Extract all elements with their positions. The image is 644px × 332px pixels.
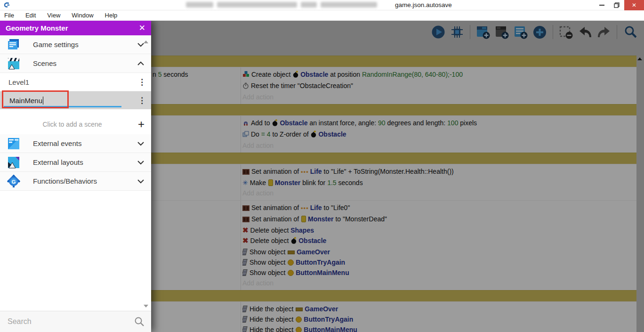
- actions-column[interactable]: Create object Obstacle at position Rando…: [241, 67, 636, 104]
- action-row[interactable]: Do = 4 to Z-order of Obstacle: [242, 129, 636, 140]
- add-something-button[interactable]: [532, 25, 547, 40]
- sidebar-item-external-events[interactable]: External events: [0, 134, 151, 153]
- event-group-bar[interactable]: [151, 153, 636, 164]
- debugger-button[interactable]: [450, 25, 464, 40]
- sidebar-item-game-settings[interactable]: Game settings: [0, 35, 151, 54]
- scene-item-level1[interactable]: Level1 ⋮: [0, 73, 151, 91]
- object-link[interactable]: Life: [310, 204, 322, 211]
- object-link[interactable]: Obstacle: [298, 237, 326, 244]
- action-row[interactable]: Set animation of •••Life to "Life0": [242, 202, 636, 214]
- sidebar-item-label: Scenes: [33, 59, 56, 67]
- action-row[interactable]: Set animation of •••Life to "Life" + ToS…: [242, 166, 636, 178]
- conditions-column[interactable]: [151, 302, 241, 332]
- add-action-link[interactable]: Add action: [242, 278, 636, 288]
- sidebar-item-scenes[interactable]: Scenes: [0, 54, 151, 73]
- add-subevent-button[interactable]: [495, 25, 509, 40]
- conditions-column[interactable]: [151, 201, 241, 290]
- object-link[interactable]: ButtonMainMenu: [296, 269, 349, 276]
- action-row[interactable]: Hide the object ButtonMainMenu: [242, 324, 636, 332]
- action-row[interactable]: ✖Delete object Shapes: [242, 225, 636, 235]
- actions-column[interactable]: Set animation of •••Life to "Life" + ToS…: [241, 164, 636, 200]
- event-block[interactable]: Add to Obstacle an instant force, angle:…: [151, 115, 636, 153]
- actions-column[interactable]: Set animation of •••Life to "Life0"Set a…: [241, 201, 636, 290]
- add-action-link[interactable]: Add action: [242, 140, 636, 151]
- action-row[interactable]: ✖Delete object Obstacle: [242, 235, 636, 247]
- delete-icon: ✖: [242, 226, 249, 234]
- event-block[interactable]: n 5 secondsCreate object Obstacle at pos…: [151, 67, 636, 104]
- event-group-bar[interactable]: [151, 56, 636, 67]
- object-link[interactable]: GameOver: [305, 305, 338, 313]
- action-row[interactable]: Hide the object GameOver: [242, 304, 636, 314]
- object-link[interactable]: Monster: [308, 215, 333, 223]
- scroll-up-arrow-icon[interactable]: [637, 57, 642, 60]
- close-icon[interactable]: ✕: [139, 23, 145, 33]
- add-action-link[interactable]: Add action: [242, 188, 636, 198]
- object-link[interactable]: Life: [310, 168, 322, 175]
- search-events-button[interactable]: [623, 25, 637, 40]
- delete-event-button[interactable]: [559, 25, 573, 40]
- action-row[interactable]: Show object ButtonMainMenu: [242, 267, 636, 278]
- menu-window[interactable]: Window: [72, 12, 93, 19]
- condition-row[interactable]: n 5 seconds: [153, 69, 241, 80]
- event-group-bar[interactable]: [151, 290, 636, 301]
- conditions-column[interactable]: n 5 seconds: [151, 67, 241, 104]
- events-toolbar: [431, 23, 637, 41]
- scene-name-input[interactable]: MainMenu: [0, 91, 138, 109]
- actions-column[interactable]: Add to Obstacle an instant force, angle:…: [241, 116, 636, 153]
- menu-file[interactable]: File: [4, 12, 14, 19]
- action-row[interactable]: Add to Obstacle an instant force, angle:…: [242, 118, 636, 129]
- events-scrollbar[interactable]: [636, 21, 644, 332]
- undo-button[interactable]: [578, 25, 592, 40]
- object-link[interactable]: GameOver: [297, 248, 330, 256]
- search-input[interactable]: [7, 317, 134, 326]
- object-link[interactable]: Monster: [275, 179, 300, 186]
- object-link[interactable]: Obstacle: [300, 71, 328, 78]
- action-row[interactable]: Show object GameOver: [242, 247, 636, 257]
- redo-button[interactable]: [596, 25, 611, 40]
- add-comment-button[interactable]: [514, 25, 528, 40]
- object-link[interactable]: Obstacle: [280, 119, 307, 127]
- menu-edit[interactable]: Edit: [25, 12, 36, 19]
- kebab-menu-icon[interactable]: ⋮: [138, 96, 145, 105]
- event-group-bar[interactable]: [151, 104, 636, 115]
- object-link[interactable]: ButtonMainMenu: [304, 326, 357, 332]
- object-link[interactable]: ButtonTryAgain: [304, 316, 353, 323]
- action-row[interactable]: Reset the timer "ObstacleCreation": [242, 81, 636, 92]
- sidebar-item-external-layouts[interactable]: External layouts: [0, 153, 151, 172]
- object-link[interactable]: ButtonTryAgain: [296, 259, 345, 266]
- conditions-column[interactable]: [151, 116, 241, 153]
- actions-column[interactable]: Hide the object GameOverHide the object …: [241, 302, 636, 332]
- minimize-button[interactable]: [594, 0, 609, 10]
- restore-button[interactable]: [609, 0, 624, 10]
- plus-icon[interactable]: +: [138, 120, 145, 129]
- action-row[interactable]: Create object Obstacle at position Rando…: [242, 69, 636, 81]
- event-block[interactable]: Hide the object GameOverHide the object …: [151, 301, 636, 332]
- sidebar-item-functions-behaviors[interactable]: G Functions/Behaviors: [0, 172, 151, 191]
- scene-item-editing[interactable]: MainMenu ⋮: [0, 91, 151, 109]
- text-caret: [43, 97, 43, 105]
- add-action-link[interactable]: Add action: [242, 92, 636, 102]
- drawer-scroll-up-icon[interactable]: [144, 40, 148, 43]
- close-button[interactable]: ✕: [624, 0, 644, 10]
- object-link[interactable]: Obstacle: [318, 130, 346, 138]
- action-row[interactable]: Set animation of Monster to "MonsterDead…: [242, 214, 636, 225]
- visibility-icon: [242, 249, 248, 255]
- action-row[interactable]: Hide the object ButtonTryAgain: [242, 314, 636, 324]
- conditions-column[interactable]: [151, 164, 241, 200]
- menu-help[interactable]: Help: [105, 12, 118, 19]
- add-event-button[interactable]: [476, 25, 491, 40]
- action-row[interactable]: ✳Make Monster blink for 1.5 seconds: [242, 178, 636, 188]
- instruction-text: Hide the object: [250, 316, 295, 323]
- preview-play-button[interactable]: [431, 25, 445, 40]
- action-row[interactable]: Show object ButtonTryAgain: [242, 257, 636, 267]
- event-block[interactable]: Set animation of •••Life to "Life" + ToS…: [151, 164, 636, 200]
- add-scene-row[interactable]: Click to add a scene +: [0, 114, 151, 134]
- event-block[interactable]: Set animation of •••Life to "Life0"Set a…: [151, 200, 636, 290]
- bomb-icon: [291, 236, 297, 247]
- kebab-menu-icon[interactable]: ⋮: [138, 77, 145, 87]
- game-settings-icon: [7, 38, 21, 52]
- object-link[interactable]: Shapes: [290, 227, 314, 234]
- menu-view[interactable]: View: [47, 12, 60, 19]
- external-layouts-icon: [7, 155, 21, 170]
- drawer-scroll-down-icon[interactable]: [144, 305, 148, 308]
